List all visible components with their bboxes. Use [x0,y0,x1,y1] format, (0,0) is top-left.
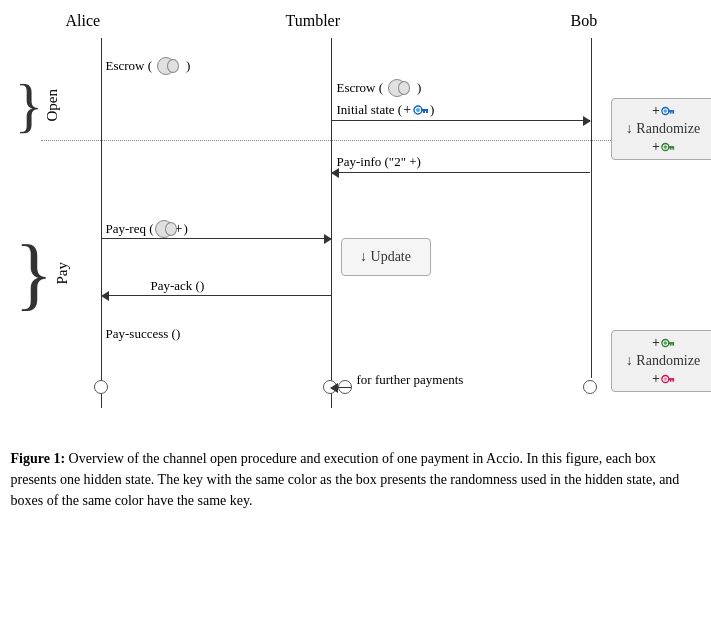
svg-rect-12 [668,146,674,148]
figure-number: Figure 1: [11,451,66,466]
escrow-tumbler-label: Escrow ( [337,80,384,95]
bob-randomize-box-2: + ↓ Randomize + [611,330,712,392]
initial-state-close: ) [430,102,434,118]
svg-point-6 [664,109,668,113]
bob-rand2-bottom: + [620,371,707,387]
pay-req-arrowhead [324,234,332,244]
update-arrow: ↓ Update [360,249,411,265]
figure-caption: Figure 1: Overview of the channel open p… [11,448,701,511]
svg-point-21 [664,377,668,381]
circle-bob [583,380,597,394]
svg-rect-8 [672,112,674,114]
further-payments-row: for further payments [351,372,464,388]
coin-icon-tumbler [388,79,406,97]
pay-success-label: Pay-success ( [106,326,176,342]
bob-rand1-arrow: ↓ Randomize [620,121,707,137]
svg-rect-22 [668,378,674,380]
further-arrowhead [330,383,338,393]
pay-brace: } [15,233,53,313]
pay-info-label-row: Pay-info ("2" + ) [337,154,421,170]
bob-randomize-box-1: + ↓ Randomize + [611,98,712,160]
initial-state-arrow-line [332,120,590,121]
escrow-alice-close: ) [186,58,190,73]
open-label: Open [44,89,61,122]
svg-rect-9 [670,112,672,114]
pay-ack-arrow-line [102,295,331,296]
svg-rect-17 [668,342,674,344]
svg-point-16 [664,341,668,345]
bob-header: Bob [571,12,598,30]
svg-rect-19 [670,344,672,346]
key-blue-initial [413,102,429,118]
open-brace: } [15,75,44,135]
svg-rect-14 [670,148,672,150]
circle-alice [94,380,108,394]
diagram-container: Alice Tumbler Bob } Open } Pay Escrow ( … [11,10,701,511]
svg-point-1 [416,108,420,112]
svg-rect-24 [670,380,672,382]
pay-req-arrow-line [102,238,331,239]
key-green-bob2 [661,336,675,350]
escrow-alice-row: Escrow ( ) [106,56,191,75]
escrow-tumbler-row: Escrow ( ) [337,78,422,97]
svg-rect-7 [668,110,674,112]
pay-label: Pay [54,262,71,285]
further-payments-label: for further payments [357,372,464,388]
pay-req-row: Pay-req ( + ) [106,220,188,238]
initial-state-row: Initial state ( + ) [337,102,435,118]
protocol-diagram: Alice Tumbler Bob } Open } Pay Escrow ( … [11,10,701,440]
plus-initial: + [403,102,411,118]
pay-success-close: ) [176,326,180,342]
svg-point-11 [664,145,668,149]
pay-info-close: ) [417,154,421,170]
pay-info-label: Pay-info ("2" + [337,154,417,170]
svg-rect-2 [421,109,428,111]
bob-rand2-arrow: ↓ Randomize [620,353,707,369]
key-pink-bob [661,372,675,386]
escrow-tumbler-close: ) [417,80,421,95]
svg-rect-23 [672,380,674,382]
pay-req-label: Pay-req ( [106,221,154,237]
coin-icon-payreq [155,220,173,238]
update-box-content: ↓ Update [352,245,420,269]
coin-icon-alice [157,57,175,75]
pay-ack-row: Pay-ack ( ) [151,278,205,294]
pay-section: } Pay [15,208,71,338]
pay-success-row: Pay-success ( ) [106,326,181,342]
svg-rect-13 [672,148,674,150]
alice-vline [101,38,102,408]
initial-state-label: Initial state ( [337,102,403,118]
bob-rand2-top: + [620,335,707,351]
dotted-separator [41,140,701,141]
bob-rand1-bottom: + [620,139,707,155]
svg-rect-3 [426,111,428,113]
key-green-bob1 [661,140,675,154]
pay-req-close: ) [183,221,187,237]
bob-rand1-top: + [620,103,707,119]
escrow-alice-label: Escrow ( [106,58,153,73]
caption-text: Overview of the channel open procedure a… [11,451,680,508]
further-arrow-line [331,387,351,388]
pay-info-arrowhead [331,168,339,178]
alice-header: Alice [66,12,101,30]
pay-ack-close: ) [200,278,204,294]
tumbler-update-box: ↓ Update [341,238,431,276]
tumbler-vline [331,38,332,408]
svg-rect-4 [423,111,425,113]
pay-ack-arrowhead [101,291,109,301]
pay-info-arrow-line [332,172,590,173]
pay-ack-label: Pay-ack ( [151,278,200,294]
svg-rect-18 [672,344,674,346]
key-blue-bob [661,104,675,118]
tumbler-header: Tumbler [286,12,341,30]
bob-vline [591,38,592,378]
initial-state-arrowhead [583,116,591,126]
